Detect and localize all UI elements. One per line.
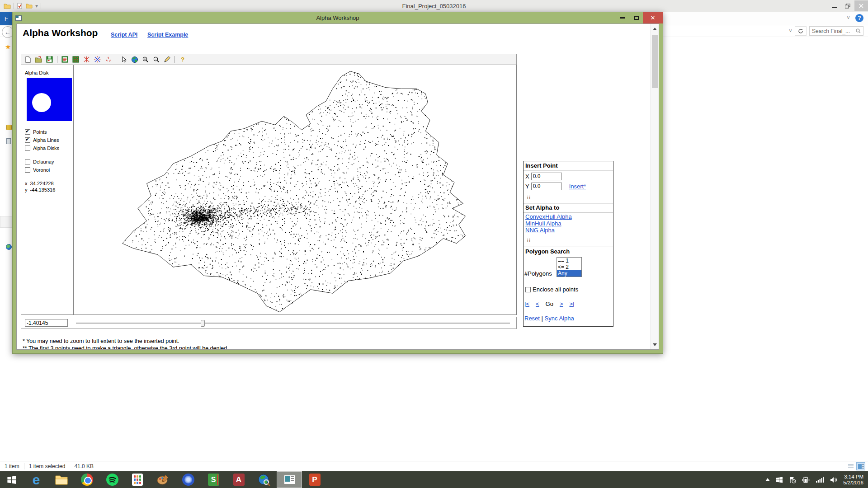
- checkbox-row-points[interactable]: Points: [25, 129, 47, 135]
- taskbar-clock[interactable]: 3:14 PM 5/2/2016: [843, 474, 863, 486]
- action-center-flag-icon[interactable]: [789, 476, 796, 483]
- x-input[interactable]: [531, 173, 562, 180]
- nav-prev-link[interactable]: <: [536, 300, 539, 307]
- scroll-down-button[interactable]: [651, 341, 659, 348]
- taskbar-app-powerpoint[interactable]: P: [302, 471, 327, 488]
- alpha-shape-canvas[interactable]: [74, 65, 516, 314]
- app-minimize-button[interactable]: [616, 14, 629, 23]
- explorer-help-icon[interactable]: ?: [855, 14, 863, 22]
- thumbnail-view-button[interactable]: [856, 462, 865, 470]
- points-checkbox[interactable]: [25, 129, 30, 135]
- nng-alpha-link[interactable]: NNG Alpha: [525, 227, 555, 234]
- save-alpha-lines-icon: [61, 56, 68, 63]
- checkbox-row-voronoi[interactable]: Voronoi: [25, 167, 50, 173]
- explorer-minimize-button[interactable]: [827, 0, 841, 11]
- tray-windows-icon[interactable]: [776, 476, 783, 483]
- reset-link[interactable]: Reset: [524, 315, 540, 322]
- zoom-out-button[interactable]: [151, 55, 161, 64]
- chevron-down-icon[interactable]: ▾: [35, 3, 38, 9]
- ribbon-expand-chevron-icon[interactable]: ˅: [847, 15, 850, 21]
- save-file-button[interactable]: [45, 55, 54, 64]
- enclose-all-points-checkbox[interactable]: [525, 287, 531, 292]
- taskbar-app-file-explorer[interactable]: [49, 471, 74, 488]
- enclose-all-points-row[interactable]: Enclose all points: [525, 286, 578, 293]
- clear-alpha-lines-button[interactable]: [82, 55, 91, 64]
- help-button[interactable]: ?: [178, 55, 187, 64]
- alpha-disks-checkbox[interactable]: [25, 145, 30, 151]
- scrollbar-thumb[interactable]: [652, 35, 658, 88]
- alpha-lines-checkbox[interactable]: [25, 137, 30, 143]
- delaunay-checkbox[interactable]: [25, 159, 30, 164]
- refresh-button[interactable]: [795, 26, 807, 36]
- app-maximize-button[interactable]: [629, 14, 643, 23]
- alpha-slider-thumb[interactable]: [201, 320, 205, 327]
- alpha-slider[interactable]: [76, 320, 510, 327]
- full-extent-globe-button[interactable]: [130, 55, 139, 64]
- sidebar-item-icon[interactable]: [6, 125, 12, 130]
- tree-selected-item[interactable]: [0, 216, 12, 228]
- main-row: Alpha Disk Points Alpha Lines Alpha Disk…: [21, 65, 517, 315]
- convexhull-alpha-link[interactable]: ConvexHull Alpha: [525, 213, 572, 220]
- new-file-button[interactable]: [23, 55, 33, 64]
- volume-icon[interactable]: [830, 477, 837, 483]
- start-button[interactable]: [0, 471, 24, 488]
- explorer-close-button[interactable]: [854, 0, 868, 11]
- y-input[interactable]: [531, 183, 562, 190]
- enclose-all-points-label: Enclose all points: [533, 286, 578, 293]
- save-alpha-lines-button[interactable]: [60, 55, 70, 64]
- voronoi-checkbox[interactable]: [25, 167, 30, 173]
- taskbar-app-alpha-workshop[interactable]: [277, 471, 302, 488]
- script-example-link[interactable]: Script Example: [147, 32, 188, 38]
- nav-last-link[interactable]: >|: [570, 300, 575, 307]
- zoom-in-button[interactable]: [141, 55, 150, 64]
- app-titlebar[interactable]: Alpha Workshop ✕: [13, 12, 663, 23]
- scroll-up-button[interactable]: [651, 25, 659, 33]
- open-file-button[interactable]: [34, 55, 43, 64]
- taskbar-app-internet-explorer[interactable]: e: [24, 471, 49, 488]
- taskbar-app-chrome[interactable]: [74, 471, 99, 488]
- alpha-disk-circle: [32, 93, 51, 112]
- minhull-alpha-link[interactable]: MinHull Alpha: [525, 220, 561, 227]
- clear-alpha-points-button[interactable]: [93, 55, 102, 64]
- folder-icon[interactable]: [4, 3, 11, 9]
- app-close-button[interactable]: ✕: [643, 12, 663, 23]
- hidden-icons-chevron-icon[interactable]: [765, 478, 770, 481]
- points-tool-button[interactable]: [104, 55, 113, 64]
- explorer-restore-button[interactable]: [841, 0, 854, 11]
- polygons-listbox[interactable]: == 1 <= 2 Any: [557, 257, 582, 277]
- edit-pen-button[interactable]: [162, 55, 172, 64]
- legend-label: Alpha Disk: [25, 70, 49, 75]
- taskbar-app-paint[interactable]: [150, 471, 175, 488]
- battery-icon[interactable]: [802, 477, 810, 483]
- taskbar-app-stats[interactable]: S: [201, 471, 226, 488]
- search-input[interactable]: Search Final_...: [809, 26, 863, 36]
- select-cursor-button[interactable]: [119, 55, 128, 64]
- listbox-option[interactable]: == 1: [557, 258, 581, 264]
- listbox-option[interactable]: Any: [557, 270, 581, 277]
- taskbar-app-access[interactable]: A: [226, 471, 251, 488]
- nav-next-link[interactable]: >: [560, 300, 563, 307]
- listbox-option[interactable]: <= 2: [557, 264, 581, 270]
- list-view-button[interactable]: [846, 462, 855, 470]
- alpha-value-input[interactable]: [25, 319, 68, 327]
- taskbar-app-media[interactable]: [175, 471, 201, 488]
- network-signal-icon[interactable]: [816, 477, 824, 483]
- doc-check-icon[interactable]: [17, 3, 23, 9]
- sync-alpha-link[interactable]: Sync Alpha: [545, 315, 574, 322]
- script-api-link[interactable]: Script API: [111, 32, 137, 38]
- network-globe-icon[interactable]: [6, 244, 12, 250]
- address-dropdown-chevron-icon[interactable]: ˅: [789, 28, 792, 34]
- taskbar-app-grid[interactable]: [125, 471, 150, 488]
- checkbox-row-delaunay[interactable]: Delaunay: [25, 159, 54, 164]
- vertical-scrollbar[interactable]: [651, 24, 659, 349]
- sidebar-device-icon[interactable]: [6, 138, 11, 144]
- checkbox-row-alpha-lines[interactable]: Alpha Lines: [25, 137, 59, 143]
- taskbar-app-globe-search[interactable]: [251, 471, 277, 488]
- insert-point-link[interactable]: Insert*: [569, 183, 586, 190]
- folder-small-icon[interactable]: [26, 3, 33, 9]
- nav-go-label[interactable]: Go: [546, 300, 553, 307]
- nav-first-link[interactable]: |<: [524, 300, 529, 307]
- taskbar-app-spotify[interactable]: [99, 471, 125, 488]
- save-alpha-points-button[interactable]: [71, 55, 80, 64]
- checkbox-row-alpha-disks[interactable]: Alpha Disks: [25, 145, 59, 151]
